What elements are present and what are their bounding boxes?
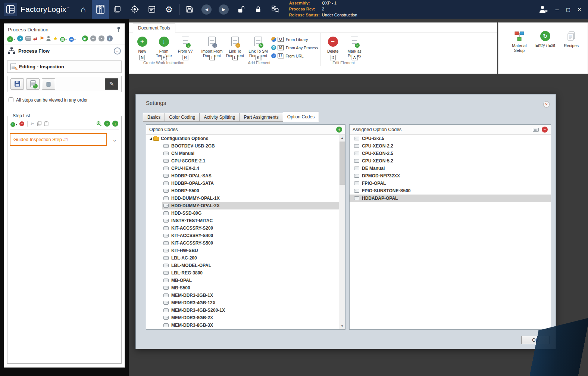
process-search-icon[interactable] (267, 0, 284, 19)
add-step-icon[interactable]: ▾ (10, 120, 17, 127)
assigned-option-code-item[interactable]: CPU-XEON-2.5 (350, 150, 551, 157)
tab-document-tools[interactable]: Document Tools (133, 24, 175, 32)
gear-icon[interactable]: ⚙ (160, 0, 178, 19)
lock-icon[interactable] (250, 0, 267, 19)
tree-menu-icon[interactable]: ▾ (60, 35, 67, 42)
settings-tab[interactable]: Part Assignments (239, 113, 283, 122)
scroll-thumb[interactable] (340, 142, 345, 185)
settings-tab[interactable]: Basics (143, 113, 165, 122)
scroll-up-icon[interactable]: ▲ (339, 135, 345, 141)
from-template-button[interactable]: From Template F (153, 33, 175, 59)
chevron-down-icon[interactable]: ⌄ (112, 137, 117, 143)
editing-section[interactable]: ✎ Editing - Inspection (7, 60, 122, 73)
back-icon[interactable] (198, 0, 215, 19)
export-menu-icon[interactable]: ▾ (69, 35, 76, 42)
process-definition-icon[interactable] (92, 0, 109, 19)
info-icon[interactable] (107, 35, 113, 41)
unlock-icon[interactable] (232, 0, 250, 19)
close-icon[interactable]: ✕ (575, 4, 584, 14)
stop-icon[interactable] (90, 35, 96, 41)
assigned-option-code-item[interactable]: HDDADAP-OPAL (350, 195, 551, 202)
assigned-option-code-item[interactable]: CPU-XEON-5.2 (350, 157, 551, 165)
settings-tab[interactable]: Color Coding (165, 113, 200, 122)
from-v7-button[interactable]: From V7 R (175, 33, 196, 59)
maximize-icon[interactable]: ▢ (563, 4, 573, 14)
option-code-item[interactable]: BOOTDEV-USB-2GB (146, 142, 339, 150)
minimize-icon[interactable]: ─ (552, 4, 562, 14)
star-user-icon[interactable]: ★ (53, 35, 58, 41)
logout-icon[interactable] (536, 0, 551, 19)
scrollbar[interactable]: ▲ ▼ (339, 135, 345, 329)
option-code-item[interactable]: MEM-DDR3-8GB-2X (146, 314, 339, 321)
paste-icon[interactable] (44, 121, 49, 126)
option-code-item[interactable]: MB-S500 (146, 284, 339, 292)
edit-panel-toggle[interactable]: ✎ (105, 78, 118, 90)
mark-as-primary-button[interactable]: Mark as Primary A (344, 33, 365, 59)
save-step-button[interactable] (10, 78, 24, 90)
option-code-item[interactable]: HDD-DUMMY-OPAL-1X (146, 195, 339, 202)
option-code-item[interactable]: KIT-ACCSSRY-S200 (146, 224, 339, 232)
option-code-item[interactable]: KIT-HW-SBU (146, 247, 339, 254)
move-down-icon[interactable] (112, 121, 118, 127)
option-code-item[interactable]: CPU-HEX-2.4 (146, 165, 339, 172)
home-icon[interactable]: ⌂ (75, 0, 92, 19)
add-menu-icon[interactable]: ▾ (7, 35, 15, 42)
entry-exit-button[interactable]: Entry / Exit (534, 29, 557, 48)
option-code-item[interactable]: MB-OPAL (146, 277, 339, 284)
material-setup-button[interactable]: Material Setup (508, 29, 531, 53)
option-code-item[interactable]: MEM-DDR3-2GB-1X (146, 292, 339, 299)
option-code-item[interactable]: HDD-DUMMY-OPAL-2X (146, 202, 339, 209)
forward-icon[interactable] (215, 0, 232, 19)
assigned-option-code-item[interactable]: CPU-i3-3.5 (350, 135, 551, 142)
pause-icon[interactable] (98, 35, 104, 41)
add-option-code-icon[interactable] (336, 127, 342, 133)
from-library-button[interactable]: O From Library (271, 36, 318, 43)
step-list-item[interactable]: Guided Inspection Step #1 ⌄ (10, 133, 119, 146)
tree-root-row[interactable]: Configuration Options (146, 135, 339, 142)
globe-icon[interactable] (17, 35, 23, 41)
collapse-icon[interactable]: ⌄ (114, 47, 121, 55)
option-code-item[interactable]: MEM-DDR3-4GB-S200-1X (146, 307, 339, 314)
option-code-item[interactable]: LBL-REG-3800 (146, 269, 339, 277)
new-work-instruction-button[interactable]: New N (131, 33, 153, 59)
option-code-item[interactable]: MEM-DDR3-8GB-3X (146, 321, 339, 329)
option-code-item[interactable]: MEM-DDR3-4GB-12X (146, 299, 339, 307)
option-code-item[interactable]: KIT-ACCSSRY-S400 (146, 232, 339, 239)
link-to-document-button[interactable]: Link To Document L (224, 33, 246, 59)
assigned-option-code-item[interactable]: CPU-XEON-2.2 (350, 142, 551, 150)
option-code-item[interactable]: HDDBP-OPAL-SAS (146, 172, 339, 180)
process-flow-row[interactable]: Process Flow ⌄ (4, 44, 125, 58)
from-any-process-button[interactable]: M From Any Process (271, 44, 318, 51)
delete-element-button[interactable]: Delete D (322, 33, 344, 59)
option-code-item[interactable]: KIT-ACCSSRY-S500 (146, 239, 339, 247)
print-icon[interactable] (25, 36, 31, 41)
option-code-item[interactable]: LBL-MODEL-OPAL (146, 262, 339, 269)
expander-icon[interactable] (149, 137, 152, 140)
from-url-button[interactable]: U From URL (271, 53, 318, 59)
manual-entry-icon[interactable] (533, 128, 539, 132)
link-to-sm-document-button[interactable]: Link To SM Document K (246, 33, 270, 59)
play-icon[interactable] (82, 35, 88, 41)
option-code-item[interactable]: LBL-AC-200 (146, 254, 339, 262)
save-icon[interactable] (181, 0, 198, 19)
remove-step-icon[interactable] (19, 121, 24, 126)
assigned-option-code-item[interactable]: DE Manual (350, 165, 551, 172)
option-code-item[interactable]: INSTR-TEST-MITAC (146, 217, 339, 224)
recipes-button[interactable]: Recipes (560, 29, 582, 48)
option-code-item[interactable]: HDDBP-OPAL-SATA (146, 180, 339, 187)
settings-tab[interactable]: Option Codes (283, 112, 319, 122)
import-template-button[interactable] (26, 78, 40, 90)
option-code-item[interactable]: CN Manual (146, 150, 339, 157)
scroll-down-icon[interactable]: ▼ (339, 323, 345, 329)
remove-assigned-icon[interactable] (542, 127, 548, 133)
delete-document-button[interactable] (42, 78, 55, 90)
option-code-item[interactable]: HDD-SSD-80G (146, 209, 339, 217)
assigned-option-code-item[interactable]: FPIO-SUNSTONE-S500 (350, 187, 551, 195)
user-icon[interactable] (46, 36, 51, 41)
transfer-icon[interactable]: ⇄ (33, 36, 37, 41)
assigned-option-code-item[interactable]: DPMOD-NFP32XX (350, 172, 551, 180)
settings-tab[interactable]: Activity Splitting (199, 113, 240, 122)
step-box[interactable]: Guided Inspection Step #1 (10, 133, 107, 146)
flag-icon[interactable]: ⚑ (40, 35, 44, 41)
assigned-option-code-item[interactable]: FPIO-OPAL (350, 180, 551, 187)
